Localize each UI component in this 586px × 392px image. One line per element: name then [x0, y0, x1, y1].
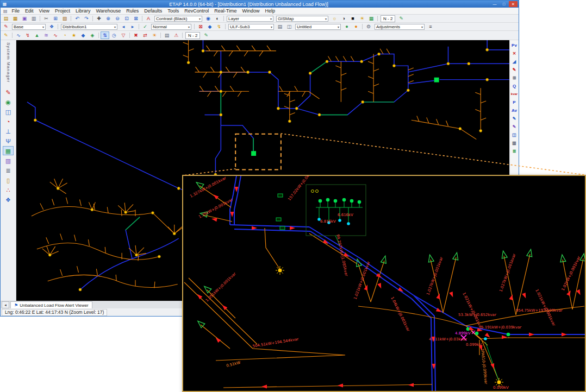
map-grid-icon[interactable]: ▦	[367, 15, 376, 22]
harmonic-icon[interactable]: ∿	[51, 31, 60, 39]
kvar-display-button[interactable]: kvar	[510, 91, 518, 98]
menu-item-revcontrol[interactable]: RevControl	[182, 8, 211, 14]
info-icon[interactable]: ◉	[204, 15, 213, 22]
pen-purple-icon[interactable]: ✎	[510, 123, 518, 130]
prev-presentation-icon[interactable]: ◂	[119, 23, 128, 30]
query-button[interactable]: Q	[510, 83, 518, 90]
menu-item-help[interactable]: Help	[262, 8, 278, 14]
zoomed-detail-window[interactable]: 1.327kW+j0.001kvar1.25kW+j0.001kvar157.0…	[182, 175, 586, 392]
auto-evaluation-icon[interactable]: ▲	[33, 31, 41, 39]
optimal-power-flow-icon[interactable]: ◈	[88, 31, 97, 39]
dots-icon[interactable]: ∴	[3, 185, 14, 194]
open-icon[interactable]: ▦	[11, 15, 20, 22]
menu-item-window[interactable]: Window	[239, 8, 262, 14]
gis-map-dropdown[interactable]: GISMap▾	[276, 16, 328, 22]
text-color-icon[interactable]: A	[144, 15, 153, 22]
short-circuit-icon[interactable]: ↯	[23, 31, 32, 39]
gear-icon[interactable]: ⚙	[364, 23, 373, 30]
menu-item-library[interactable]: Library	[73, 8, 93, 14]
network-icon[interactable]: ↯	[215, 23, 223, 30]
tab-scroll-left-button[interactable]: ◂	[2, 301, 9, 308]
new-icon[interactable]: ▤	[2, 15, 10, 22]
study-wizard-icon[interactable]: ▤	[276, 23, 284, 30]
pointer-icon[interactable]: ◢	[510, 58, 518, 65]
zoom-selection-rect[interactable]	[235, 134, 281, 170]
next-presentation-icon[interactable]: ▸	[128, 23, 137, 30]
world-map-icon[interactable]: ◉	[3, 97, 14, 106]
cable-raceway-icon[interactable]: ▥	[3, 156, 14, 165]
minimize-button[interactable]: —	[490, 1, 499, 7]
run-icon[interactable]: ●	[342, 23, 351, 30]
reliability-icon[interactable]: ◆	[79, 31, 88, 39]
copy-icon[interactable]: ⊞	[51, 15, 60, 22]
themes-icon[interactable]: ◆	[205, 23, 214, 30]
halt-icon[interactable]: ●	[352, 23, 360, 30]
contrast-half-icon[interactable]: ◑	[339, 15, 348, 22]
zoom-out-icon[interactable]: ⊖	[113, 15, 122, 22]
adjustments-dropdown[interactable]: Adjustments▾	[375, 24, 425, 30]
printer-icon[interactable]: ▥	[510, 140, 518, 147]
status-check-icon[interactable]: ✓	[141, 23, 149, 30]
time-domain-icon[interactable]: ◷	[110, 31, 119, 39]
zoomed-network-view[interactable]: 1.327kW+j0.001kvar1.25kW+j0.001kvar157.0…	[183, 176, 585, 391]
close-results-icon[interactable]: ✕	[510, 50, 518, 57]
cabinet-icon[interactable]: ▯	[3, 175, 14, 185]
ground-grid-icon[interactable]: ≣	[3, 166, 14, 175]
scenario-pen-icon[interactable]: ✎	[202, 31, 210, 39]
save-icon[interactable]: ▣	[20, 15, 29, 22]
zoom-fit-icon[interactable]: ⊠	[132, 15, 140, 22]
undo-icon[interactable]: ↶	[73, 15, 82, 22]
network-tree-icon[interactable]: Ψ	[3, 136, 14, 146]
zoom-in-icon[interactable]: ⊕	[104, 15, 113, 22]
edit-pen-icon[interactable]: ✎	[2, 23, 10, 30]
menu-item-warehouse[interactable]: Warehouse	[93, 8, 123, 14]
close-button[interactable]: ✕	[509, 1, 518, 7]
motor-acceleration-icon[interactable]: ≋	[42, 31, 51, 39]
list-icon[interactable]: ≡	[426, 23, 435, 30]
menu-item-file[interactable]: File	[9, 8, 23, 14]
contrast-dropdown[interactable]: Contrast (Black)▾	[154, 16, 202, 22]
control-panel-icon[interactable]: ❖	[3, 195, 14, 204]
pv-display-button[interactable]: Pv	[510, 42, 518, 49]
revision-icon[interactable]: ❖	[47, 23, 56, 30]
av-display-button[interactable]: Av	[510, 107, 518, 114]
voltage-drop-icon[interactable]: ▽	[119, 31, 128, 39]
edit-annotation-icon[interactable]: ✎	[510, 66, 518, 73]
gis-view-icon[interactable]: ▦	[3, 146, 14, 155]
pan-icon[interactable]: ✚	[95, 15, 103, 22]
switching-sequence-icon[interactable]: ⇄	[141, 31, 149, 39]
revision-dropdown[interactable]: Base▾	[12, 24, 46, 30]
menu-item-view[interactable]: View	[36, 8, 52, 14]
alarm-icon[interactable]: ⚠	[172, 31, 180, 39]
maximize-button[interactable]: □	[500, 1, 508, 7]
alert-viewer-tab[interactable]: ⚑ Unbalanced Load Flow Alert Viewer	[10, 301, 92, 308]
unbalanced-load-flow-icon[interactable]: ⇅	[101, 31, 109, 39]
edit-mode-icon[interactable]: ✎	[2, 31, 10, 39]
presentation-dropdown[interactable]: Distribution1▾	[61, 24, 117, 30]
panel-chart-icon[interactable]: ◫	[510, 131, 518, 138]
theme-icon[interactable]: ◐	[213, 15, 222, 22]
layer-dropdown[interactable]: Layer▾	[227, 16, 273, 22]
bulb-icon[interactable]: ☼	[330, 15, 339, 22]
menu-item-tools[interactable]: Tools	[165, 8, 182, 14]
output-report-dropdown[interactable]: Untitled▾	[295, 24, 341, 30]
redo-icon[interactable]: ↷	[82, 15, 91, 22]
transient-stability-icon[interactable]: ◔	[60, 31, 69, 39]
black-square-icon[interactable]: ■	[348, 15, 357, 22]
project-edit-icon[interactable]: ✎	[3, 87, 14, 97]
legend-icon[interactable]: ≣	[510, 148, 518, 155]
menu-item-rules[interactable]: Rules	[123, 8, 141, 14]
menu-item-edit[interactable]: Edit	[22, 8, 36, 14]
data-check-icon[interactable]: ⊠	[196, 23, 205, 30]
marker-pen-icon[interactable]: ✎	[397, 15, 406, 22]
paste-icon[interactable]: ▧	[60, 15, 69, 22]
p-display-button[interactable]: P	[510, 99, 518, 106]
zoom-window-icon[interactable]: ⊡	[122, 15, 131, 22]
copy-view-icon[interactable]: ⊞	[510, 74, 518, 81]
configuration-status-dropdown[interactable]: Normal▾	[151, 24, 191, 30]
bar-chart-icon[interactable]: ◫	[3, 107, 14, 116]
arc-flash-icon[interactable]: ☀	[150, 31, 159, 39]
contingency-icon[interactable]: ✖	[132, 31, 140, 39]
print-icon[interactable]: ▥	[29, 15, 38, 22]
sun-icon[interactable]: ☀	[358, 15, 366, 22]
